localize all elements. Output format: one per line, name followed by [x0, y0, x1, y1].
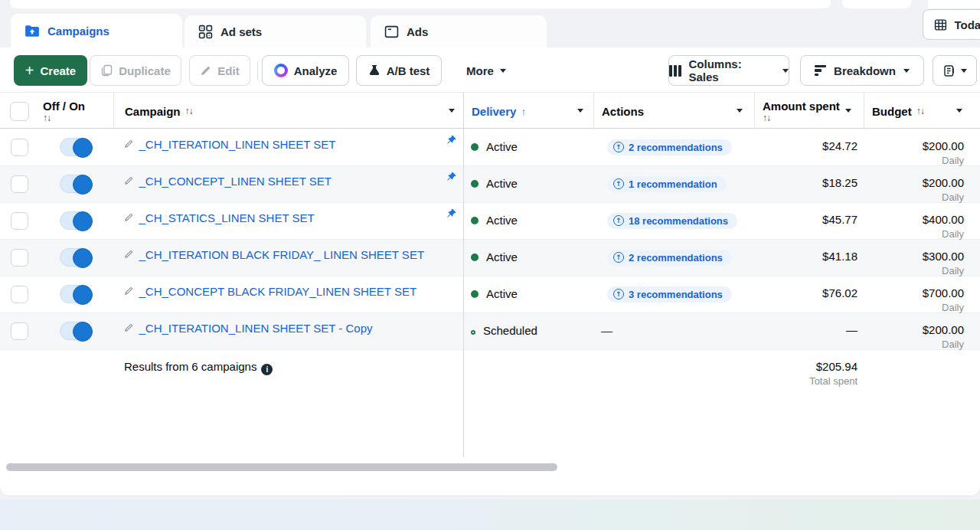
edit-pencil-icon[interactable]	[124, 213, 133, 222]
table-row[interactable]: _CH_STATICS_LINEN SHET SET Active ↑18 re…	[0, 203, 980, 240]
header-campaign[interactable]: Campaign ↑↓	[113, 93, 463, 129]
tab-ad-sets-label: Ad sets	[220, 25, 262, 38]
reports-dropdown[interactable]	[933, 55, 977, 86]
chevron-down-icon	[500, 69, 506, 73]
budget-type: Daily	[864, 228, 964, 240]
row-checkbox[interactable]	[11, 212, 28, 230]
edit-button[interactable]: Edit	[189, 55, 250, 86]
horizontal-scrollbar[interactable]	[6, 463, 557, 471]
campaign-toggle[interactable]	[60, 138, 92, 156]
recommendations-pill[interactable]: ↑1 recommendation	[607, 176, 727, 192]
campaign-name-link[interactable]: _CH_CONCEPT_LINEN SHEET SET	[139, 175, 331, 188]
row-checkbox[interactable]	[11, 139, 28, 156]
row-checkbox[interactable]	[11, 286, 28, 303]
row-checkbox[interactable]	[11, 175, 28, 193]
edit-pencil-icon[interactable]	[124, 286, 133, 296]
analyze-button[interactable]: Analyze	[262, 55, 349, 86]
more-button[interactable]: More	[456, 55, 517, 86]
header-off-on[interactable]: Off / On ↑↓	[38, 93, 113, 129]
pencil-icon	[200, 65, 211, 77]
chevron-down-icon[interactable]	[956, 109, 962, 113]
row-checkbox[interactable]	[11, 249, 28, 267]
page-background-gradient	[0, 499, 980, 530]
campaign-name-link[interactable]: _CH_ITERATION_LINEN SHEET SET - Copy	[139, 322, 372, 335]
campaign-name-link[interactable]: _CH_ITERATION BLACK FRIDAY_ LINEN SHEET …	[139, 248, 424, 261]
table-row[interactable]: _CH_CONCEPT_LINEN SHEET SET Active ↑1 re…	[0, 166, 980, 203]
chevron-down-icon[interactable]	[577, 109, 583, 113]
recommendation-arrow-icon: ↑	[613, 178, 624, 189]
tab-ad-sets[interactable]: Ad sets	[185, 15, 366, 47]
columns-dropdown[interactable]: Columns: Sales	[668, 55, 789, 86]
tab-campaigns[interactable]: Campaigns	[11, 14, 182, 47]
recommendations-label: 18 recommendations	[629, 215, 728, 227]
ads-frame-icon	[384, 25, 399, 39]
budget-type: Daily	[864, 191, 964, 203]
recommendations-pill[interactable]: ↑2 recommendations	[607, 139, 732, 155]
pin-icon	[446, 208, 456, 219]
sort-arrows-icon: ↑↓	[43, 113, 85, 123]
edit-pencil-icon[interactable]	[124, 176, 133, 185]
edit-pencil-icon[interactable]	[124, 250, 133, 259]
chevron-down-icon	[961, 69, 967, 73]
header-amount-spent[interactable]: Amount spent ↑↓	[754, 93, 864, 129]
breakdown-dropdown[interactable]: Breakdown	[800, 55, 924, 86]
status-dot-active	[471, 290, 479, 298]
campaigns-folder-icon	[24, 23, 40, 38]
select-all-cell	[0, 93, 38, 129]
select-all-checkbox[interactable]	[10, 102, 29, 121]
status-dot-active	[471, 217, 479, 224]
campaign-toggle[interactable]	[60, 175, 92, 193]
chevron-down-icon	[903, 69, 910, 73]
table-row[interactable]: _CH_ITERATION BLACK FRIDAY_ LINEN SHEET …	[0, 240, 980, 276]
table-row[interactable]: _CH_CONCEPT BLACK FRIDAY_LINEN SHEET SET…	[0, 276, 980, 313]
top-bar-remnant	[842, 0, 911, 8]
total-spent-label: Total spent	[754, 375, 858, 387]
chevron-down-icon[interactable]	[845, 109, 851, 113]
status-dot-active	[471, 180, 479, 188]
top-bar-remnant	[10, 0, 831, 8]
chevron-down-icon[interactable]	[737, 109, 743, 113]
breakdown-icon	[815, 65, 826, 77]
campaign-name-link[interactable]: _CH_ITERATION_LINEN SHEET SET	[139, 138, 335, 151]
delivery-status: Active	[486, 287, 518, 300]
campaign-toggle[interactable]	[60, 285, 92, 303]
ad-sets-grid-icon	[198, 25, 213, 39]
recommendations-pill[interactable]: ↑18 recommendations	[607, 213, 737, 229]
campaign-toggle[interactable]	[60, 211, 92, 230]
campaign-name-link[interactable]: _CH_STATICS_LINEN SHET SET	[139, 211, 314, 224]
campaign-toggle[interactable]	[60, 322, 92, 340]
ab-test-button[interactable]: A/B test	[356, 55, 442, 86]
campaign-name-link[interactable]: _CH_CONCEPT BLACK FRIDAY_LINEN SHEET SET	[139, 285, 416, 298]
plus-icon: +	[25, 63, 34, 78]
date-range-today-button[interactable]: Today	[923, 9, 980, 40]
edit-pencil-icon[interactable]	[124, 139, 133, 149]
edit-pencil-icon[interactable]	[124, 323, 133, 332]
delivery-status: Scheduled	[483, 324, 537, 337]
header-budget[interactable]: Budget ↑↓	[864, 93, 980, 129]
info-icon[interactable]: i	[261, 364, 273, 375]
sort-arrows-icon: ↑↓	[185, 106, 193, 116]
status-dot-active	[471, 143, 479, 151]
recommendations-label: 3 recommendations	[629, 289, 723, 300]
header-actions[interactable]: Actions	[593, 93, 754, 129]
status-dot-scheduled	[471, 330, 475, 335]
recommendations-pill[interactable]: ↑2 recommendations	[607, 250, 732, 266]
budget-value: $200.00	[864, 139, 964, 152]
table-row[interactable]: _CH_ITERATION_LINEN SHEET SET - Copy Sch…	[0, 313, 980, 350]
delivery-status: Active	[486, 250, 518, 263]
header-delivery[interactable]: Delivery ↑	[463, 93, 593, 129]
create-button[interactable]: + Create	[14, 55, 87, 86]
analyze-label: Analyze	[294, 64, 338, 77]
recommendations-pill[interactable]: ↑3 recommendations	[607, 286, 732, 303]
table-row[interactable]: _CH_ITERATION_LINEN SHEET SET Active ↑2 …	[0, 129, 980, 166]
chevron-down-icon[interactable]	[449, 109, 455, 113]
tab-ads[interactable]: Ads	[371, 15, 547, 47]
duplicate-button[interactable]: Duplicate	[90, 55, 181, 86]
duplicate-icon	[100, 64, 113, 77]
campaign-toggle[interactable]	[60, 248, 92, 267]
tab-campaigns-label: Campaigns	[47, 25, 109, 38]
delivery-status: Active	[486, 177, 518, 190]
budget-value: $400.00	[864, 213, 964, 226]
row-checkbox[interactable]	[11, 322, 28, 340]
sort-arrows-icon: ↑↓	[763, 113, 840, 123]
